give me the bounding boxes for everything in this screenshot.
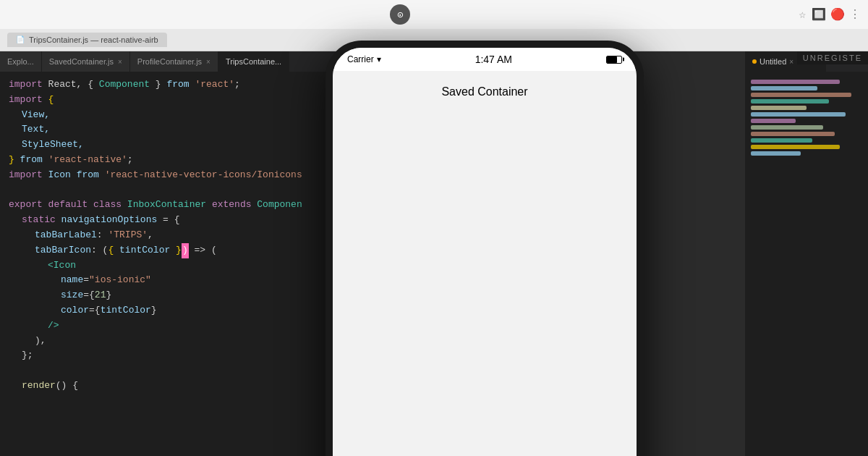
rcp-line-8 (751, 125, 823, 130)
right-tab-untitled[interactable]: Untitled × (745, 51, 801, 72)
keyword-export: export (9, 198, 48, 213)
tab-explorer[interactable]: Explo... (0, 51, 42, 72)
rcp-line-4 (751, 99, 829, 104)
tab-label-saved: SavedContainer.js (49, 57, 114, 66)
keyword-static: static (22, 213, 61, 228)
bookmark-icon[interactable]: ☆ (799, 7, 806, 22)
attr-size: size (61, 288, 83, 303)
code-text: React, (48, 77, 88, 93)
menu-icon[interactable]: ⋮ (849, 7, 861, 22)
code-punct: { (88, 77, 99, 93)
prop-tablabel: tabBarLabel (35, 228, 97, 243)
keyword-from3: from (77, 168, 105, 183)
extension-icon-2[interactable]: 🔴 (830, 7, 845, 22)
string-icon: 'react-native-vector-icons/Ionicons (105, 168, 302, 183)
str-trips: 'TRIPS' (108, 228, 148, 243)
rcp-line-2 (751, 86, 817, 90)
attr-name: name (61, 273, 83, 288)
rcp-line-7 (751, 119, 796, 123)
param-tint: tintColor (114, 243, 176, 258)
battery-area (606, 56, 622, 64)
rcp-line-3 (751, 93, 851, 97)
code-navopts: navigationOptions (61, 213, 163, 228)
right-panel: UNREGISTE Untitled × × s (745, 51, 868, 456)
brace-close: } (9, 153, 20, 168)
jsx-selfclose: /> (48, 318, 59, 334)
phone-screen: Carrier ▾ 1:47 AM Saved Container (333, 48, 637, 456)
attr-val-name: "ios-ionic" (89, 273, 151, 288)
account-icon[interactable]: ⊙ (390, 4, 410, 25)
colon1: : (97, 228, 109, 243)
keyword-import2: import (9, 93, 48, 108)
rcp-line-9 (751, 132, 835, 136)
code-view: View, (22, 108, 50, 123)
tab-file-icon: 📄 (16, 35, 25, 44)
equals: = { (163, 213, 179, 228)
tab-label-trips: TripsContaine... (226, 57, 281, 66)
code-icon: Icon (48, 168, 77, 183)
string-rn: 'react-native' (48, 153, 127, 168)
code-component: Component (99, 77, 156, 93)
wifi-icon: ▾ (377, 54, 381, 64)
tab-trips[interactable]: TripsContaine... (218, 51, 289, 72)
keyword-class: class (93, 198, 127, 213)
tab-profile[interactable]: ProfileContainer.js × (130, 51, 218, 72)
right-tab-label: Untitled (760, 57, 786, 66)
code-semi: ; (234, 77, 240, 93)
keyword-from2: from (20, 153, 48, 168)
keyword-default: default (48, 198, 93, 213)
browser-icons-right: 🔲 🔴 ⋮ (812, 7, 861, 22)
jsx-icon-open: <Icon (48, 258, 76, 274)
rcp-line-5 (751, 106, 807, 110)
tab-label-profile: ProfileContainer.js (137, 57, 202, 66)
render-parens: () { (56, 379, 78, 394)
rcp-line-10 (751, 138, 812, 143)
keyword-from: from (166, 77, 195, 93)
var-tintcolor: tintColor (101, 303, 151, 318)
code-stylesheet: StyleSheet, (22, 138, 84, 153)
keyword-import3: import (9, 168, 48, 183)
tab-saved[interactable]: SavedContainer.js × (42, 51, 130, 72)
phone-simulator: Carrier ▾ 1:47 AM Saved Container (326, 41, 644, 456)
colon2: : ( (91, 243, 108, 258)
brace-close2: } (106, 288, 111, 303)
tab-label-explorer: Explo... (7, 57, 34, 66)
class-component: Componen (257, 198, 302, 213)
rcp-line-11 (751, 145, 840, 149)
code-text-comp: Text, (22, 122, 50, 138)
keyword-extends: extends (212, 198, 257, 213)
browser-tab-trips[interactable]: 📄 TripsContainer.js — react-native-airb (7, 33, 167, 47)
phone-status-bar: Carrier ▾ 1:47 AM (333, 48, 637, 71)
arrow: => ( (189, 243, 217, 258)
fn-render: render (22, 379, 56, 394)
comma1: , (148, 228, 153, 243)
keyword-import: import (9, 77, 48, 93)
carrier-label: Carrier (347, 54, 374, 64)
browser-toolbar: ⊙ ☆ 🔲 🔴 ⋮ (0, 0, 868, 29)
unregister-label: UNREGISTE (797, 51, 868, 64)
right-tab-close[interactable]: × (789, 58, 793, 66)
extension-icon-1[interactable]: 🔲 (812, 7, 826, 22)
app-screen-body (333, 113, 637, 456)
semi2: ; (127, 153, 133, 168)
attr-color: color (61, 303, 89, 318)
tab-close-profile[interactable]: × (206, 58, 210, 66)
cursor: ) (182, 243, 189, 258)
status-time: 1:47 AM (475, 54, 512, 65)
tab-close-saved[interactable]: × (118, 58, 122, 66)
eq1: = (83, 273, 89, 288)
prop-tabicon: tabBarIcon (35, 243, 91, 258)
phone-body: Carrier ▾ 1:47 AM Saved Container (326, 41, 644, 456)
app-screen-title: Saved Container (333, 71, 637, 113)
brace-params: { (108, 243, 114, 258)
battery-fill (607, 56, 617, 63)
rcp-line-1 (751, 80, 840, 84)
right-code-preview (745, 72, 868, 164)
eq2: ={ (83, 288, 95, 303)
rcp-line-12 (751, 151, 801, 156)
app-content: Saved Container (333, 71, 637, 456)
code-punct2: } (156, 77, 167, 93)
rcp-line-6 (751, 112, 846, 117)
brace-params-close: } (176, 243, 182, 258)
brace-close3: } (151, 303, 157, 318)
